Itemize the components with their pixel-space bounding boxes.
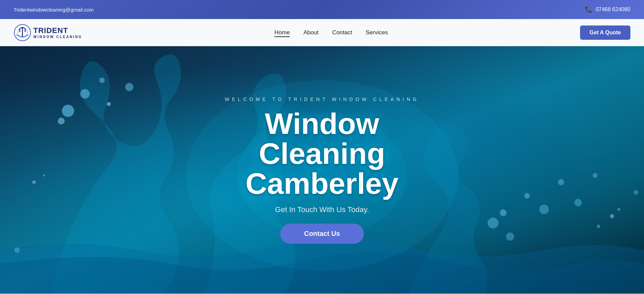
phone-area: 📞 07468 624080 [585,6,630,13]
nav-link-contact[interactable]: Contact [332,29,352,36]
logo-text-area: TRIDENT WINDOW CLEANING [33,26,82,39]
phone-number: 07468 624080 [596,6,630,13]
top-bar: Tridentwindowcleaning@gmail.com 📞 07468 … [0,0,644,19]
nav-item-services[interactable]: Services [366,29,388,36]
nav-item-about[interactable]: About [303,29,318,36]
nav-link-about[interactable]: About [303,29,318,36]
hero-tagline: Get In Touch With Us Today. [275,205,369,214]
nav-item-contact[interactable]: Contact [332,29,352,36]
nav-link-services[interactable]: Services [366,29,388,36]
logo-icon [14,24,31,41]
hero-subtitle: WELCOME TO TRIDENT WINDOW CLEANING [225,97,419,102]
nav-menu: Home About Contact Services [274,29,388,36]
hero-content: WELCOME TO TRIDENT WINDOW CLEANING Windo… [225,97,419,244]
hero-section: WELCOME TO TRIDENT WINDOW CLEANING Windo… [0,46,644,294]
nav-item-home[interactable]: Home [274,29,290,36]
logo-subtitle: WINDOW CLEANING [33,35,82,39]
nav-link-home[interactable]: Home [274,29,290,37]
get-quote-button[interactable]: Get A Quote [580,25,630,40]
contact-us-button[interactable]: Contact Us [280,224,364,244]
phone-icon: 📞 [585,6,592,13]
logo-title: TRIDENT [33,26,68,35]
logo[interactable]: TRIDENT WINDOW CLEANING [14,24,82,41]
email-text: Tridentwindowcleaning@gmail.com [14,7,94,13]
navbar: TRIDENT WINDOW CLEANING Home About Conta… [0,19,644,46]
hero-title: Window Cleaning Camberley [245,109,399,198]
